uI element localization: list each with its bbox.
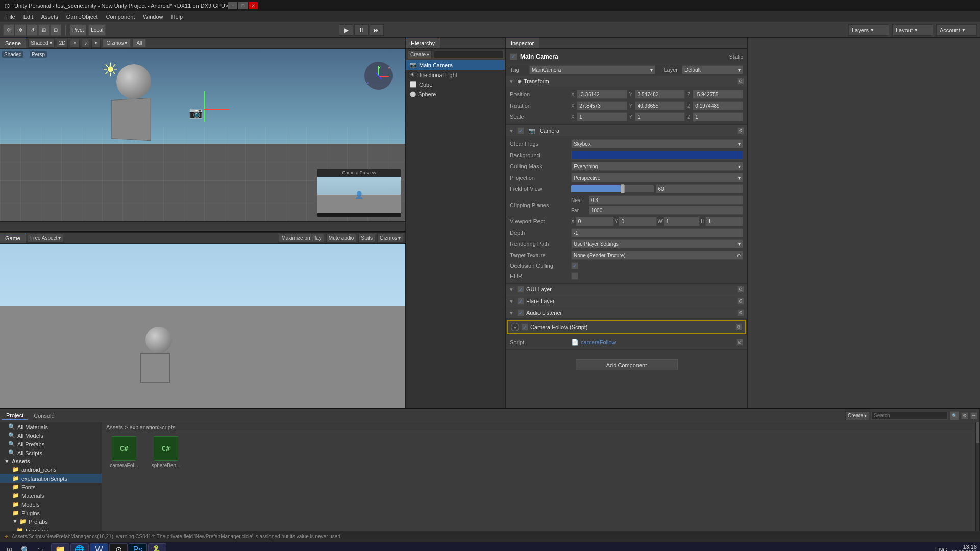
hierarchy-search[interactable] [434,51,504,59]
console-tab[interactable]: Console [30,412,58,420]
close-button[interactable]: ✕ [249,2,258,9]
project-list-btn[interactable]: ☰ [970,412,977,419]
menu-help[interactable]: Help [167,13,187,21]
tree-item-android-icons[interactable]: 📁 android_icons [0,465,102,474]
transform-section-header[interactable]: ▼ ⊕ Transform ⚙ [506,76,747,87]
inspector-object-name[interactable]: Main Camera [520,53,726,60]
tree-item-all-materials[interactable]: 🔍 All Materials [0,422,102,431]
tree-item-explanation-scripts[interactable]: 📁 explanationScripts [0,474,102,483]
scale-y-input[interactable] [635,112,685,121]
menu-component[interactable]: Component [102,13,139,21]
account-dropdown[interactable]: Account▾ [936,24,977,36]
pos-z-input[interactable] [693,90,743,99]
rect-tool[interactable]: ⊡ [50,24,61,36]
tree-item-materials[interactable]: 📁 Materials [0,491,102,500]
project-search-input[interactable] [871,412,948,420]
mute-audio-button[interactable]: Mute audio [326,234,356,243]
hierarchy-item-sphere[interactable]: ⬤ Sphere [406,89,505,99]
fov-value-input[interactable] [656,184,744,193]
file-sphere-beh[interactable]: C# sphereBeh... [148,436,184,468]
hierarchy-create-btn[interactable]: Create▾ [408,50,432,59]
hand-tool[interactable]: ✥ [3,24,14,36]
rot-y-input[interactable] [635,101,685,110]
all-button[interactable]: All [133,39,145,47]
rot-x-input[interactable] [577,101,627,110]
taskbar-app-other[interactable]: 🐍 [148,543,166,552]
tree-item-plugins[interactable]: 📁 Plugins [0,509,102,517]
camera-follow-settings[interactable]: ⚙ [735,323,742,331]
search-button[interactable]: 🔍 [18,544,32,552]
aspect-dropdown[interactable]: Free Aspect▾ [28,234,63,243]
taskbar-app-word[interactable]: W [90,543,108,552]
game-viewport[interactable] [0,244,405,408]
pos-y-input[interactable] [635,90,685,99]
vp-h-input[interactable] [705,217,743,226]
tree-item-fonts[interactable]: 📁 Fonts [0,483,102,491]
rot-z-input[interactable] [693,101,743,110]
target-texture-dropdown[interactable]: None (Render Texture)⊙ [571,251,743,260]
tree-item-fake-cars[interactable]: 📁 fake cars [0,526,102,531]
camera-enable-checkbox[interactable] [517,127,524,134]
game-gizmos-button[interactable]: Gizmos▾ [377,234,403,243]
camera-follow-checkbox[interactable] [521,323,528,331]
inspector-tab[interactable]: Inspector [506,38,539,48]
game-tab[interactable]: Game [0,233,26,243]
project-scroll-thumb[interactable] [976,422,979,443]
depth-input[interactable] [571,228,743,237]
pause-button[interactable]: ⏸ [354,24,369,36]
2d-button[interactable]: 2D [57,39,68,48]
fov-slider-thumb[interactable] [621,184,625,193]
vp-y-input[interactable] [619,217,656,226]
audio-listener-settings[interactable]: ⚙ [737,309,744,316]
fx-button[interactable]: ✦ [91,39,101,48]
flare-layer-header[interactable]: ▼ Flare Layer ⚙ [506,295,747,307]
minimize-button[interactable]: − [228,2,237,9]
hierarchy-item-directional-light[interactable]: ☀ Directional Light [406,70,505,80]
menu-window[interactable]: Window [139,13,167,21]
culling-mask-dropdown[interactable]: Everything▾ [571,162,743,171]
taskbar-app-unity[interactable]: ⊙ [109,543,128,552]
gui-layer-settings[interactable]: ⚙ [737,286,744,293]
projection-dropdown[interactable]: Perspective▾ [571,173,743,182]
occlusion-culling-checkbox[interactable] [571,262,578,269]
camera-settings-btn[interactable]: ⚙ [737,127,744,134]
start-button[interactable]: ⊞ [3,544,16,552]
vp-w-input[interactable] [664,217,700,226]
shading-dropdown[interactable]: Shaded▾ [28,39,54,48]
gui-layer-checkbox[interactable] [517,286,524,293]
vp-x-input[interactable] [576,217,614,226]
camera-section-header[interactable]: ▼ 📷 Camera ⚙ [506,125,747,136]
hierarchy-item-main-camera[interactable]: 📷 Main Camera [406,60,505,70]
stats-button[interactable]: Stats [358,234,375,243]
file-camera-follow[interactable]: C# cameraFol... [106,436,142,468]
project-settings-btn[interactable]: ⚙ [961,412,968,419]
gizmos-button[interactable]: Gizmos▾ [103,39,131,47]
clear-flags-dropdown[interactable]: Skybox▾ [571,139,743,148]
near-value-input[interactable] [589,195,743,205]
scene-viewport[interactable]: ☀ 📷 x y [0,49,405,221]
audio-listener-header[interactable]: ▼ Audio Listener ⚙ [506,307,747,318]
transform-settings-btn[interactable]: ⚙ [737,78,744,85]
project-search-icon[interactable]: 🔍 [950,411,959,420]
audio-button[interactable]: ♪ [82,39,89,48]
gui-layer-header[interactable]: ▼ GUI Layer ⚙ [506,284,747,295]
task-view-button[interactable]: 🗂 [34,544,47,552]
rendering-path-dropdown[interactable]: Use Player Settings▾ [571,239,743,248]
project-tab[interactable]: Project [2,411,28,420]
project-scrollbar[interactable] [975,422,979,531]
tree-item-assets[interactable]: ▼ Assets [0,457,102,465]
step-button[interactable]: ⏭ [370,24,384,36]
add-component-button[interactable]: Add Component [576,359,678,370]
hierarchy-item-cube[interactable]: ⬜ Cube [406,80,505,89]
menu-assets[interactable]: Assets [37,13,62,21]
hierarchy-tab[interactable]: Hierarchy [406,38,440,48]
background-color[interactable] [571,151,743,160]
tree-item-all-prefabs[interactable]: 🔍 All Prefabs [0,440,102,448]
menu-file[interactable]: File [2,13,19,21]
scale-z-input[interactable] [693,112,743,121]
taskbar-app-browser[interactable]: 🌐 [70,543,89,552]
object-active-checkbox[interactable] [510,53,517,60]
project-create-btn[interactable]: Create▾ [845,411,869,420]
local-button[interactable]: Local [88,24,106,36]
tree-item-all-scripts[interactable]: 🔍 All Scripts [0,448,102,457]
